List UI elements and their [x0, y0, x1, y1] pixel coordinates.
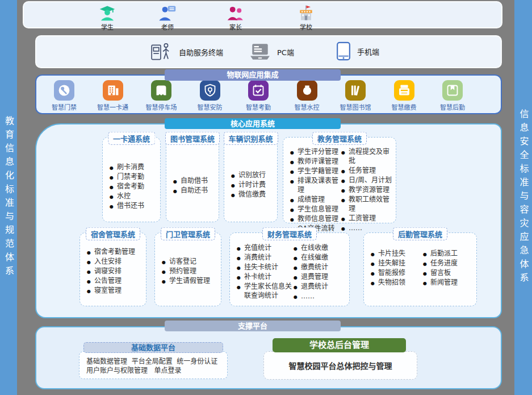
- feature-item: 刷卡消费: [110, 163, 160, 172]
- security-shield-icon: [200, 80, 220, 101]
- iot-app-logistics: 智慧后勤: [433, 80, 472, 113]
- system-box-gatekeeper: 门卫管理系统 访客登记预约管理学生请假管理: [154, 232, 221, 306]
- terminal-label: 手机端: [357, 46, 379, 57]
- feature-item: 消费统计: [237, 253, 294, 262]
- iot-app-label: 智慧后勤: [433, 102, 472, 111]
- user-role-label: 学生: [89, 22, 125, 31]
- left-sidebar-label: 教育信息化标准与规范体系: [2, 116, 15, 280]
- self-service-kiosk-icon: [150, 41, 173, 63]
- system-box-title: 教务管理系统: [312, 132, 367, 145]
- feature-item: 学生请假管理: [162, 276, 221, 285]
- parking-card-icon: [151, 80, 171, 101]
- left-standards-sidebar: 教育信息化标准与规范体系: [0, 0, 17, 395]
- iot-app-label: 智慧缴费: [384, 102, 424, 111]
- feature-item: 留言板: [423, 268, 474, 277]
- feature-item: 挂失卡统计: [237, 263, 294, 272]
- user-role-label: 家长: [217, 22, 254, 31]
- parents-icon: [227, 5, 245, 22]
- terminal-label: 自助服务终端: [179, 47, 223, 57]
- system-box-finance: 财务管理系统 充值统计消费统计挂失卡统计补卡统计学生家长信息关联查询统计 在线收…: [229, 232, 350, 306]
- feature-item: 失物招领: [371, 278, 421, 287]
- system-box-title: 车辆识别系统: [223, 132, 278, 145]
- system-box-title: 财务管理系统: [262, 227, 317, 240]
- feature-item: 智能报修: [371, 268, 421, 277]
- access-terminals-panel: 自助服务终端 PC端 手机端: [35, 35, 502, 68]
- feature-item: 访客登记: [162, 257, 221, 266]
- iot-app-label: 智慧门禁: [44, 102, 84, 111]
- feature-item: 学生家长信息关联查询统计: [237, 282, 294, 300]
- core-apps-panel: 一卡通系统 刷卡消费门禁考勤宿舍考勤水控借书还书 图书管理系统 自助借书自助还书…: [35, 123, 502, 318]
- feature-item: 教学资源管理: [341, 185, 396, 194]
- system-box-title: 门卫管理系统: [161, 227, 215, 240]
- feature-item: 计时计费: [231, 180, 277, 189]
- system-box-dormitory: 宿舍管理系统 宿舍考勤管理入住安排调寝安排公告管理寝室管理: [79, 232, 146, 306]
- system-box-title: 一卡通系统: [108, 132, 155, 145]
- feature-item: 借书还书: [110, 201, 160, 210]
- support-platform-panel: 基础数据平台 基础数据管理 平台全局配置 统一身份认证 用户账户与权限管理 单点…: [35, 326, 502, 389]
- teacher-icon: [158, 5, 177, 22]
- water-jar-icon: [297, 80, 317, 101]
- feature-item: 自助借书: [173, 176, 219, 185]
- school-admin-desc-box: 智慧校园平台总体把控与管理: [263, 351, 417, 380]
- feature-item: 工资管理: [341, 214, 396, 223]
- iot-app-label: 智慧水控: [287, 102, 327, 111]
- iot-app-library: 智慧图书馆: [336, 80, 375, 113]
- feature-item: 识别放行: [231, 171, 277, 180]
- base-data-line: 基础数据管理 平台全局配置 统一身份认证: [86, 357, 221, 366]
- payment-printer-icon: [394, 80, 414, 101]
- school-admin-header: 学校总后台管理: [273, 338, 406, 352]
- feature-item: 卡片挂失: [371, 249, 421, 258]
- feature-item: 退费管理: [294, 272, 348, 281]
- iot-app-label: 智慧考勤: [238, 102, 278, 111]
- system-box-academic: 教务管理系统 学生评分管理教师评课管理学生学籍管理排课及课表管理成绩管理学生信息…: [283, 137, 396, 223]
- system-box-vehicle: 车辆识别系统 识别放行计时计费微信缴费: [224, 137, 278, 222]
- feature-item: 教师信息管理: [290, 214, 340, 223]
- iot-app-label: 智慧安防: [190, 102, 230, 111]
- feature-item: 流程提交及审批: [341, 147, 396, 165]
- iot-app-door-access: 智慧门禁: [44, 80, 84, 113]
- user-role-teacher: 老师: [149, 5, 186, 31]
- feature-item: 排课及课表管理: [290, 176, 340, 194]
- right-sidebar-label: 信息安全标准与容灾应急体系: [517, 109, 530, 286]
- support-platform-tab: 支撑平台: [165, 321, 341, 331]
- feature-item: 学生学籍管理: [290, 167, 340, 176]
- iot-app-onecard: 智慧一卡通: [93, 80, 133, 113]
- iot-app-parking: 智慧停车场: [141, 80, 181, 113]
- feature-item: 在线收缴: [294, 243, 348, 252]
- feature-item: 宿舍考勤管理: [87, 247, 146, 256]
- feature-item: 成绩管理: [290, 195, 340, 204]
- iot-app-security: 智慧安防: [190, 80, 230, 113]
- system-box-library: 图书管理系统 自助借书自助还书: [166, 137, 219, 222]
- onecard-building-icon: [103, 80, 123, 101]
- right-security-sidebar: 信息安全标准与容灾应急体系: [514, 0, 532, 395]
- feature-item: 预约管理: [162, 267, 221, 276]
- iot-integration-tab: 物联网应用集成: [165, 69, 341, 81]
- user-role-label: 老师: [149, 22, 186, 31]
- base-data-platform-title: 基础数据平台: [83, 342, 223, 353]
- base-data-platform-features: 基础数据管理 平台全局配置 统一身份认证 用户账户与权限管理 单点登录: [79, 351, 228, 379]
- base-data-platform-box: 基础数据平台 基础数据管理 平台全局配置 统一身份认证 用户账户与权限管理 单点…: [79, 342, 228, 379]
- iot-app-label: 智慧一卡通: [93, 102, 133, 111]
- feature-item: 在线催缴: [294, 253, 348, 262]
- feature-item: 充值统计: [237, 243, 294, 252]
- core-systems-tab: 核心应用系统: [165, 118, 341, 129]
- system-box-title: 图书管理系统: [165, 132, 220, 145]
- feature-item: 缴费统计: [294, 263, 348, 272]
- feature-item: 退费统计: [294, 282, 348, 291]
- feature-item: ……: [294, 292, 348, 301]
- base-data-line: 用户账户与权限管理 单点登录: [86, 366, 221, 375]
- feature-item: 新闻管理: [423, 278, 474, 287]
- user-role-school: 学校: [288, 5, 324, 31]
- feature-item: 寝室管理: [87, 286, 146, 295]
- feature-item: 补卡统计: [237, 272, 294, 281]
- feature-item: 水控: [110, 192, 160, 201]
- terminal-mobile: 手机端: [336, 41, 379, 61]
- iot-app-label: 智慧停车场: [141, 102, 181, 111]
- iot-app-payment: 智慧缴费: [384, 80, 424, 113]
- school-icon: [297, 5, 315, 22]
- feature-item: 任务管理: [341, 166, 396, 175]
- feature-item: 学生信息管理: [290, 205, 340, 214]
- pc-laptop-icon: [249, 43, 271, 61]
- mobile-phone-icon: [336, 41, 351, 61]
- feature-item: 教师评课管理: [290, 157, 340, 166]
